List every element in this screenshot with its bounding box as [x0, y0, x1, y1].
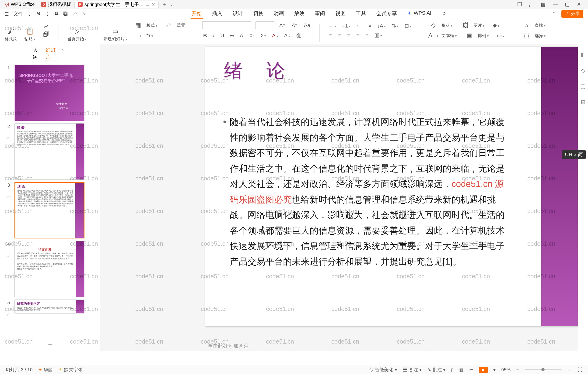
slide-thumb-3[interactable]: 绪 论 随着当代社会科技的迅速发展计算机网络时代正式拉来帷幕它颠覆性的影响着社会… — [15, 182, 84, 238]
beautify-button[interactable]: ◇ 智能美化 ▾ — [369, 367, 397, 373]
paste-group[interactable]: 📋 粘贴 — [24, 27, 35, 42]
superscript-icon[interactable]: X² — [248, 32, 255, 39]
tab-active[interactable]: P springboot大学生二手电子… ▭ ✕ — [74, 1, 159, 8]
fit-window-icon[interactable]: ⛶ — [578, 367, 582, 372]
star-icon[interactable]: ☆ — [6, 311, 11, 317]
star-icon[interactable]: ☆ — [6, 135, 11, 141]
layout-icon[interactable]: ▦ — [134, 21, 142, 29]
highlight-icon[interactable]: A — [239, 32, 244, 39]
rail-item-icon[interactable]: ◧ — [580, 51, 586, 58]
align-left-icon[interactable]: ≡ — [328, 32, 333, 39]
slide-title[interactable]: 绪 论 — [224, 58, 294, 83]
cut-icon[interactable]: ✂ — [42, 23, 50, 31]
indent-right-icon[interactable]: ⇥ — [366, 22, 372, 29]
theme-indicator[interactable]: ✦ 华丽 — [38, 367, 53, 373]
arrange-button[interactable]: 排列 — [478, 33, 488, 38]
sorter-view-icon[interactable]: ▦ — [459, 367, 464, 373]
tab-docer[interactable]: D 找稻壳模板 — [38, 1, 74, 8]
cloud-icon[interactable]: ⤒ — [552, 11, 556, 17]
line-spacing-icon[interactable]: ⇅ — [391, 22, 400, 29]
increase-font-icon[interactable]: A⁺ — [278, 22, 286, 29]
decrease-font-icon[interactable]: A⁻ — [291, 22, 299, 29]
distribute-icon[interactable]: ≡ — [365, 32, 369, 39]
reset-button[interactable]: 重置 — [177, 23, 185, 28]
find-icon[interactable]: ⌕ — [522, 21, 530, 29]
maximize-icon[interactable]: ▢ — [565, 1, 570, 7]
zoom-slider[interactable] — [524, 369, 562, 370]
bold-icon[interactable]: B — [202, 32, 208, 39]
format-painter-group[interactable]: 🖌 格式刷 — [5, 27, 17, 42]
select-icon[interactable]: ⬚ — [522, 32, 530, 40]
menu-start[interactable]: 开始 — [191, 9, 203, 19]
from-current-group[interactable]: ▷ 当页开始 — [67, 27, 86, 42]
text-effect-icon[interactable]: 变 — [295, 32, 305, 40]
slides-tab[interactable]: 幻灯片 — [46, 47, 56, 61]
section-icon[interactable]: ▭ — [134, 32, 142, 40]
italic-icon[interactable]: I — [212, 32, 215, 39]
menu-wpsai[interactable]: WPS AI — [406, 9, 433, 19]
new-slide-group[interactable]: ▭ 新建幻灯片 — [104, 27, 127, 42]
text-direction-icon[interactable]: ↕A — [376, 22, 387, 29]
avatar-icon[interactable]: ▩ — [541, 1, 546, 7]
normal-view-icon[interactable]: ▯ — [451, 367, 454, 373]
close-window-icon[interactable]: ✕ — [577, 1, 581, 7]
section-button[interactable]: 节 — [146, 33, 153, 38]
menu-member[interactable]: 会员专享 — [375, 9, 398, 19]
textbox-icon[interactable]: A▭ — [429, 32, 437, 40]
find-button[interactable]: 查找 — [535, 23, 546, 28]
layout-button[interactable]: 版式 — [146, 23, 157, 28]
menu-view[interactable]: 视图 — [334, 9, 347, 19]
text-fill-icon[interactable]: A — [283, 32, 291, 39]
textbox-button[interactable]: 文本框 — [441, 33, 457, 38]
slide-thumb-2[interactable]: 摘 要 随着当代社会科技的迅速发展计算机网络时代正式拉来帷幕它颠覆性的影响着社会… — [15, 123, 84, 180]
file-menu[interactable]: 文件 — [14, 11, 23, 17]
comment-button[interactable]: ✎ 批注 ▾ — [427, 367, 445, 373]
slideshow-dropdown-icon[interactable]: ▾ — [493, 367, 496, 373]
menu-slideshow[interactable]: 放映 — [293, 9, 305, 19]
export-icon[interactable]: ⇪ — [46, 11, 50, 17]
star-icon[interactable]: ☆ — [6, 77, 11, 82]
copy-icon[interactable]: 🗐 — [42, 31, 50, 38]
rail-item-icon[interactable]: ▢ — [580, 83, 586, 90]
redo-icon[interactable]: ↷ — [82, 11, 85, 17]
close-icon[interactable]: ✕ — [152, 2, 155, 7]
share-button[interactable]: ↗ 分享 — [561, 10, 583, 18]
slide-thumb-4[interactable]: 论文背景 近年来互联网技术飞速发展，给人们的生活带来了很大的便利，改变着人们的生… — [15, 241, 84, 297]
preview-icon[interactable]: ⿻ — [64, 11, 68, 16]
tab-list-dropdown[interactable]: ⌄ — [170, 2, 173, 7]
save-icon[interactable]: 🖫 — [36, 11, 41, 16]
align-right-icon[interactable]: ≡ — [346, 32, 351, 39]
outline-tab[interactable]: 大纲 — [33, 47, 40, 61]
missing-font-indicator[interactable]: ⚠ 缺失字体 — [58, 367, 83, 373]
zoom-out-icon[interactable]: − — [516, 367, 519, 372]
cube-icon[interactable]: ⬚ — [529, 1, 534, 7]
slide-thumb-5[interactable]: 研究的主要内容 大学生二手电子产品交易平台主要功能包括用户管理、商品管理、订单管… — [15, 300, 84, 314]
strike-icon[interactable]: S — [229, 32, 235, 39]
shape-button[interactable]: 形状 — [441, 23, 453, 28]
reset-icon[interactable]: ☄ — [165, 21, 173, 29]
collapse-panel-icon[interactable]: ‹ — [62, 47, 64, 61]
rail-item-icon[interactable]: ⊞ — [581, 99, 586, 105]
zoom-value[interactable]: 95% — [501, 367, 511, 372]
indent-left-icon[interactable]: ⇤ — [356, 22, 362, 29]
menu-icon[interactable]: ☰ — [5, 11, 9, 17]
undo-icon[interactable]: ↶ — [73, 11, 77, 17]
search-icon[interactable]: ⌕ — [442, 9, 447, 19]
underline-icon[interactable]: U — [219, 32, 225, 39]
add-slide-button[interactable]: ＋ — [0, 339, 100, 351]
picture-button[interactable]: 图片 — [473, 23, 484, 28]
font-name-combo[interactable] — [202, 21, 251, 29]
menu-animation[interactable]: 动画 — [273, 9, 285, 19]
menu-design[interactable]: 设计 — [232, 9, 244, 19]
shape-outline-icon[interactable]: ▭ — [496, 32, 505, 39]
justify-icon[interactable]: ≡ — [355, 32, 360, 39]
slide[interactable]: 绪 论 • 随着当代社会科技的迅速发展，计算机网络时代正式拉来帷幕，它颠覆性的影… — [205, 47, 578, 326]
menu-insert[interactable]: 插入 — [211, 9, 223, 19]
slide-thumb-1[interactable]: SPRINGBOOT大学生二手电子产品交易平台.PPT 学生姓名： 指导老师： — [15, 64, 84, 121]
numbering-icon[interactable]: ≡1 — [341, 22, 352, 29]
rail-item-icon[interactable]: ◇ — [581, 67, 585, 74]
menu-review[interactable]: 审阅 — [314, 9, 326, 19]
align-center-icon[interactable]: ≡ — [337, 32, 342, 39]
select-button[interactable]: 选择 — [535, 33, 546, 38]
minimize-icon[interactable]: — — [553, 1, 558, 7]
